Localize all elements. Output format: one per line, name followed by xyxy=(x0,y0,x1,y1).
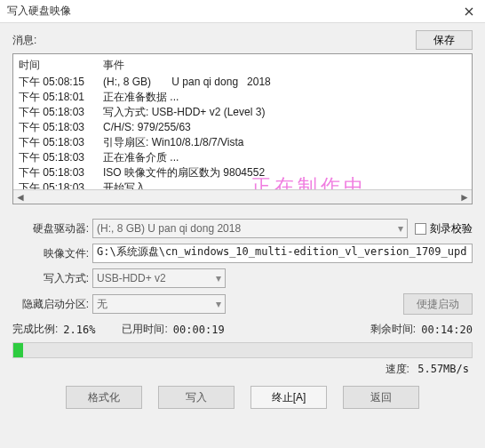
col-time: 时间 xyxy=(19,58,103,73)
title-bar: 写入硬盘映像 xyxy=(0,0,485,23)
message-row: 消息: 保存 xyxy=(12,30,473,50)
scroll-right-icon[interactable]: ► xyxy=(457,191,472,204)
close-icon[interactable] xyxy=(453,0,485,23)
save-button[interactable]: 保存 xyxy=(416,30,473,50)
format-button[interactable]: 格式化 xyxy=(66,386,142,409)
log-rows: 下午 05:08:15(H:, 8 GB) U pan qi dong 2018… xyxy=(13,75,472,196)
scroll-track[interactable] xyxy=(28,191,457,204)
drive-label: 硬盘驱动器: xyxy=(12,221,92,236)
button-row: 格式化 写入 终止[A] 返回 xyxy=(12,386,473,409)
window-title: 写入硬盘映像 xyxy=(7,4,453,19)
abort-button[interactable]: 终止[A] xyxy=(250,386,327,409)
back-button[interactable]: 返回 xyxy=(343,386,419,409)
speed-row: 速度: 5.57MB/s xyxy=(12,362,473,377)
col-event: 事件 xyxy=(103,58,466,73)
stats-row: 完成比例: 2.16% 已用时间: 00:00:19 剩余时间: 00:14:2… xyxy=(12,322,473,337)
scroll-left-icon[interactable]: ◄ xyxy=(13,191,28,204)
percent-label: 完成比例: xyxy=(12,322,58,337)
write-mode-label: 写入方式: xyxy=(12,271,92,286)
remain-label: 剩余时间: xyxy=(370,322,416,337)
drive-row: 硬盘驱动器: (H:, 8 GB) U pan qi dong 2018 ▾ 刻… xyxy=(12,219,473,238)
log-row: 下午 05:18:03写入方式: USB-HDD+ v2 (Level 3) xyxy=(19,105,466,120)
speed-value: 5.57MB/s xyxy=(417,363,469,375)
write-mode-row: 写入方式: USB-HDD+ v2 ▾ xyxy=(12,268,473,288)
hidden-part-select[interactable]: 无 ▾ xyxy=(92,294,226,314)
log-row: 下午 05:18:03引导扇区: Win10/8.1/8/7/Vista xyxy=(19,135,466,150)
write-mode-select[interactable]: USB-HDD+ v2 ▾ xyxy=(92,268,226,288)
chevron-down-icon: ▾ xyxy=(216,298,221,310)
image-label: 映像文件: xyxy=(12,246,92,261)
verify-label: 刻录校验 xyxy=(430,221,473,236)
log-row: 下午 05:08:15(H:, 8 GB) U pan qi dong 2018 xyxy=(19,75,466,90)
log-row: 下午 05:18:03C/H/S: 979/255/63 xyxy=(19,120,466,135)
elapsed-value: 00:00:19 xyxy=(173,324,225,336)
log-header: 时间 事件 xyxy=(13,54,472,75)
drive-select[interactable]: (H:, 8 GB) U pan qi dong 2018 ▾ xyxy=(92,219,408,238)
speed-label: 速度: xyxy=(386,363,409,375)
message-label: 消息: xyxy=(12,33,416,48)
h-scrollbar[interactable]: ◄ ► xyxy=(13,189,472,204)
chevron-down-icon: ▾ xyxy=(398,222,403,235)
log-box: 时间 事件 下午 05:08:15(H:, 8 GB) U pan qi don… xyxy=(12,53,473,204)
progress-bar xyxy=(12,342,473,358)
log-row: 下午 05:18:03正在准备介质 ... xyxy=(19,150,466,165)
log-row: 下午 05:18:01正在准备数据 ... xyxy=(19,90,466,105)
image-row: 映像文件: G:\系统源盘\cn_windows_10_multi-editio… xyxy=(12,244,473,263)
hidden-part-label: 隐藏启动分区: xyxy=(12,297,92,312)
chevron-down-icon: ▾ xyxy=(216,272,221,284)
body: 消息: 保存 时间 事件 下午 05:08:15(H:, 8 GB) U pan… xyxy=(0,23,485,418)
remain-value: 00:14:20 xyxy=(421,324,473,336)
write-button[interactable]: 写入 xyxy=(158,386,235,409)
percent-value: 2.16% xyxy=(63,324,95,336)
elapsed-label: 已用时间: xyxy=(122,322,167,337)
hidden-part-row: 隐藏启动分区: 无 ▾ 便捷启动 xyxy=(12,293,473,315)
image-path-input[interactable]: G:\系统源盘\cn_windows_10_multi-edition_vl_v… xyxy=(92,244,473,263)
checkbox-icon[interactable] xyxy=(415,223,426,235)
progress-fill xyxy=(13,343,23,357)
verify-checkbox-wrap[interactable]: 刻录校验 xyxy=(415,221,473,236)
easy-boot-button[interactable]: 便捷启动 xyxy=(403,293,473,315)
